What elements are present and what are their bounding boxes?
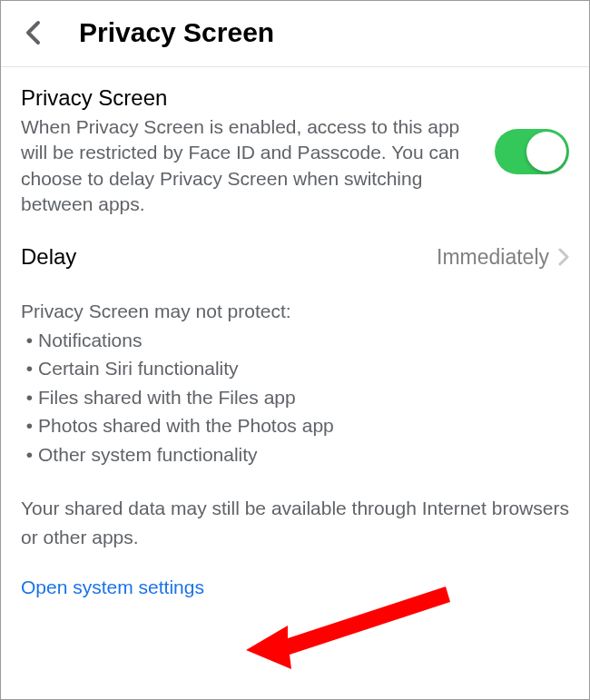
privacy-screen-text: Privacy Screen When Privacy Screen is en… <box>21 85 477 217</box>
privacy-screen-toggle-section: Privacy Screen When Privacy Screen is en… <box>21 85 569 217</box>
list-item: Notifications <box>21 326 569 355</box>
shared-data-text: Your shared data may still be available … <box>21 494 569 551</box>
list-item: Files shared with the Files app <box>21 383 569 412</box>
toggle-knob <box>526 132 566 172</box>
open-system-settings-link[interactable]: Open system settings <box>21 577 204 598</box>
list-item: Other system functionality <box>21 440 569 469</box>
content: Privacy Screen When Privacy Screen is en… <box>1 67 589 598</box>
protection-list: Notifications Certain Siri functionality… <box>21 326 569 469</box>
page-title: Privacy Screen <box>79 17 274 48</box>
list-item: Certain Siri functionality <box>21 354 569 383</box>
protection-intro: Privacy Screen may not protect: <box>21 297 569 326</box>
delay-value: Immediately <box>437 245 549 270</box>
delay-label: Delay <box>21 244 76 270</box>
privacy-screen-toggle[interactable] <box>495 129 569 174</box>
protection-info: Privacy Screen may not protect: Notifica… <box>21 297 569 468</box>
back-button[interactable] <box>21 21 44 44</box>
list-item: Photos shared with the Photos app <box>21 411 569 440</box>
privacy-screen-title: Privacy Screen <box>21 85 477 111</box>
header: Privacy Screen <box>1 1 589 67</box>
privacy-screen-description: When Privacy Screen is enabled, access t… <box>21 114 477 217</box>
chevron-left-icon <box>25 20 41 45</box>
shared-data-note: Your shared data may still be available … <box>21 494 569 551</box>
delay-row[interactable]: Delay Immediately <box>21 244 569 270</box>
delay-right: Immediately <box>437 245 569 270</box>
svg-marker-0 <box>246 587 450 669</box>
chevron-right-icon <box>558 248 569 266</box>
